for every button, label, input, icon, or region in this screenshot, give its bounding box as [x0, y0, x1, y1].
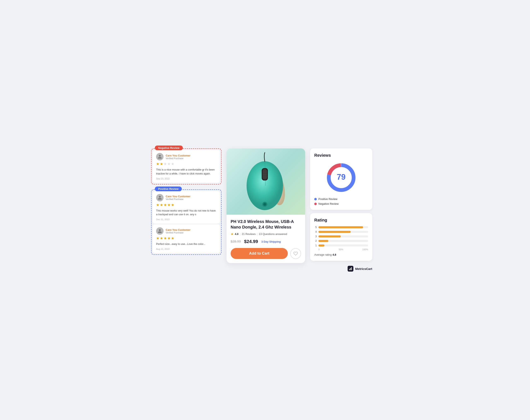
axis-0: 0	[318, 248, 320, 251]
axis-100: 100%	[362, 248, 368, 251]
negative-badge: Negative Review	[155, 145, 183, 150]
review-text: This mouse works very well! You do not n…	[156, 209, 217, 217]
bar-fill-2	[318, 240, 328, 242]
legend-positive: Positive Review	[314, 198, 368, 201]
svg-rect-15	[349, 269, 350, 270]
avg-rating-value: 4.8	[333, 253, 336, 256]
avatar	[156, 194, 163, 202]
reviewer-verified: Verified Purchase	[166, 198, 191, 200]
positive-review-section: Positive Review Care You Customer Verifi…	[151, 189, 221, 255]
reviews-count: 21 Reviews	[242, 232, 255, 236]
bar-label-3: 3	[314, 235, 317, 238]
bar-row-4: 4	[314, 230, 368, 233]
svg-rect-3	[263, 169, 267, 180]
svg-text:79: 79	[337, 173, 346, 181]
old-price: $28.99	[231, 240, 241, 244]
star-icon: ★	[231, 232, 234, 236]
review-text: This is a nice mouse with a comfortable …	[156, 168, 217, 176]
reviewer-verified: Verified Purchase	[166, 157, 191, 159]
svg-rect-16	[350, 268, 351, 270]
bar-axis: 0 50% 100%	[314, 248, 368, 251]
donut-chart-wrap: 79 Positive Review Negative Review	[314, 161, 368, 205]
bar-track-5	[318, 226, 368, 228]
review-date: Dec 31, 2022	[156, 218, 217, 221]
legend-negative: Negative Review	[314, 202, 368, 205]
questions-count: 13 Questions answered	[259, 232, 287, 236]
branding: MetricsCart	[310, 266, 372, 272]
reviewer-row: Care You Customer Verified Purchase	[156, 227, 217, 235]
axis-50: 50%	[339, 248, 343, 251]
negative-label: Negative Review	[318, 202, 339, 205]
star-1: ★	[156, 162, 159, 166]
star-rating: ★ ★ ★ ★ ★	[156, 203, 217, 207]
cart-row: Add to Cart	[231, 248, 301, 259]
star-4: ★	[167, 162, 171, 166]
brand-name: MetricsCart	[355, 267, 372, 271]
wishlist-button[interactable]	[290, 248, 301, 259]
positive-dot	[314, 198, 317, 200]
reviewer-info: Care You Customer Verified Purchase	[166, 195, 191, 200]
star-rating: ★ ★ ★ ★ ★	[156, 236, 217, 241]
bar-label-5: 5	[314, 226, 317, 229]
star-5: ★	[171, 162, 174, 166]
reviews-card: Reviews 79 Positive Review	[310, 148, 372, 210]
review-date: Sep 23, 2022	[156, 177, 217, 180]
metricscart-logo-icon	[349, 267, 352, 271]
reviewer-info: Care You Customer Verified Purchase	[166, 228, 191, 234]
positive-badge: Positive Review	[155, 187, 182, 191]
bar-fill-1	[318, 245, 324, 246]
donut-chart: 79	[325, 161, 358, 194]
bar-label-2: 2	[314, 240, 317, 242]
positive-review-card-1: Care You Customer Verified Purchase ★ ★ …	[153, 191, 220, 224]
reviewer-verified: Verified Purchase	[166, 232, 191, 234]
new-price: $24.99	[244, 239, 258, 244]
bar-row-1: 1	[314, 244, 368, 247]
product-title: PH V2.0 Wireless Mouse, USB-A Nano Dongl…	[231, 219, 301, 230]
left-panel: Negative Review Care You Customer Verifi…	[151, 148, 221, 255]
reviewer-row: Care You Customer Verified Purchase	[156, 153, 217, 160]
review-text: Perfect size...easy to use...Love the co…	[156, 242, 217, 246]
bar-track-4	[318, 231, 368, 233]
bar-row-5: 5	[314, 226, 368, 229]
add-to-cart-button[interactable]: Add to Cart	[231, 248, 288, 259]
rating-card: Rating 5 4 3	[310, 213, 372, 261]
product-card: PH V2.0 Wireless Mouse, USB-A Nano Dongl…	[226, 148, 305, 263]
reviewer-name: Care You Customer	[166, 154, 191, 157]
reviews-card-title: Reviews	[314, 153, 368, 158]
review-date: Aug 11, 2022	[156, 248, 217, 250]
bar-row-3: 3	[314, 235, 368, 238]
negative-dot	[314, 203, 317, 205]
svg-point-10	[263, 203, 266, 206]
rating-card-title: Rating	[314, 218, 368, 222]
reviewer-name: Care You Customer	[166, 228, 191, 232]
avg-rating-text: Average rating 4.8	[314, 253, 368, 256]
positive-review-card-2: Care You Customer Verified Purchase ★ ★ …	[153, 224, 220, 253]
chart-legend: Positive Review Negative Review	[314, 198, 368, 205]
shipping-badge: 3 Day Shipping	[261, 240, 281, 243]
mouse-illustration	[243, 152, 289, 212]
product-rating: 4.8	[235, 232, 238, 236]
star-2: ★	[160, 162, 163, 166]
bar-fill-5	[318, 226, 363, 228]
avatar	[156, 227, 163, 235]
bar-fill-3	[318, 235, 341, 237]
bar-track-2	[318, 240, 368, 242]
bar-label-4: 4	[314, 230, 317, 233]
product-image	[226, 148, 305, 215]
negative-review-card: Care You Customer Verified Purchase ★ ★ …	[153, 150, 220, 183]
right-panel: Reviews 79 Positive Review	[310, 148, 372, 272]
product-info: PH V2.0 Wireless Mouse, USB-A Nano Dongl…	[226, 215, 305, 263]
star-rating: ★ ★ ★ ★ ★	[156, 162, 217, 166]
brand-icon	[348, 266, 353, 272]
positive-label: Positive Review	[318, 198, 338, 201]
svg-rect-17	[351, 267, 352, 270]
avatar	[156, 153, 163, 160]
scene: Negative Review Care You Customer Verifi…	[151, 148, 379, 272]
rating-bars: 5 4 3 2	[314, 226, 368, 247]
price-row: $28.99 $24.99 3 Day Shipping	[231, 239, 301, 244]
bar-fill-4	[318, 231, 351, 233]
reviewer-info: Care You Customer Verified Purchase	[166, 154, 191, 159]
negative-review-section: Negative Review Care You Customer Verifi…	[151, 148, 221, 184]
reviewer-row: Care You Customer Verified Purchase	[156, 194, 217, 202]
bar-label-1: 1	[314, 244, 317, 247]
